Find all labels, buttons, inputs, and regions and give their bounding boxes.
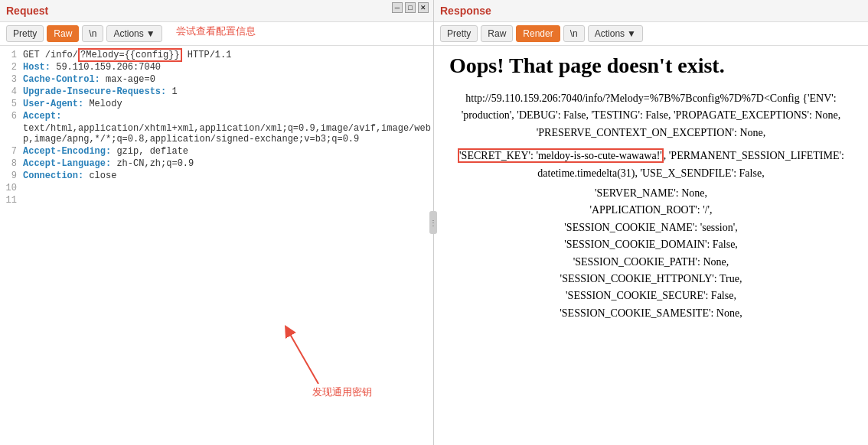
line-number: 10 [0, 183, 17, 193]
line-4-content: Upgrade-Insecure-Requests: 1 [23, 86, 178, 97]
response-header: Response [434, 0, 868, 22]
line-number: 8 [0, 158, 17, 169]
line-5-key: User-Agent: [23, 99, 83, 109]
pretty-button[interactable]: Pretty [6, 25, 44, 42]
line-1-suffix: HTTP/1.1 [182, 50, 232, 60]
line-6-key: Accept: [23, 111, 61, 122]
response-body-area[interactable]: Oops! That page doesn't exist. http://59… [434, 46, 868, 445]
request-title: Request [6, 5, 48, 17]
response-secret-line: 'SECRET_KEY': 'meldoy-is-so-cute-wawawa!… [449, 148, 853, 182]
response-cookie-samesite-line: 'SESSION_COOKIE_SAMESITE': None, [449, 305, 853, 322]
line-2-content: Host: 59.110.159.206:7040 [23, 62, 161, 73]
code-line-6b: text/html,application/xhtml+xml,applicat… [0, 122, 433, 145]
line-number: 1 [0, 50, 17, 60]
line-1-prefix: GET /info/ [23, 50, 78, 60]
newline-button[interactable]: \n [82, 25, 103, 42]
response-actions-button[interactable]: Actions ▼ [588, 25, 643, 42]
line-number: 9 [0, 171, 17, 181]
code-line-8: 8 Accept-Language: zh-CN,zh;q=0.9 [0, 158, 433, 170]
request-panel: ─ □ ✕ Request Pretty Raw \n Actions ▼ 尝试… [0, 0, 434, 445]
code-line-11: 11 [0, 194, 433, 206]
response-text: http://59.110.159.206:7040/info/?Melody=… [449, 90, 853, 322]
response-title: Response [440, 5, 491, 17]
response-url-line: http://59.110.159.206:7040/info/?Melody=… [449, 90, 853, 141]
code-line-7: 7 Accept-Encoding: gzip, deflate [0, 145, 433, 158]
line-3-value: max-age=0 [100, 74, 155, 85]
response-approot-line: 'APPLICATION_ROOT': '/', [449, 202, 853, 219]
response-secret-key-highlight: 'SECRET_KEY': 'meldoy-is-so-cute-wawawa!… [458, 148, 664, 163]
response-panel: Response Pretty Raw Render \n Actions ▼ … [434, 0, 868, 445]
line-7-value: gzip, deflate [111, 146, 188, 157]
response-raw-button[interactable]: Raw [481, 25, 513, 42]
line-5-content: User-Agent: Melody [23, 99, 122, 109]
line-3-key: Cache-Control: [23, 74, 100, 85]
line-2-value: 59.110.159.206:7040 [51, 62, 161, 73]
line-7-content: Accept-Encoding: gzip, deflate [23, 146, 188, 157]
response-cookie-name-line: 'SESSION_COOKIE_NAME': 'session', [449, 219, 853, 236]
code-line-10: 10 [0, 182, 433, 194]
line-9-key: Connection: [23, 171, 83, 181]
response-newline-button[interactable]: \n [563, 25, 585, 42]
line-9-value: close [83, 171, 116, 181]
request-header: Request [0, 0, 433, 22]
line-number: 11 [0, 195, 17, 206]
line-8-value: zh-CN,zh;q=0.9 [111, 158, 194, 169]
annotation-config: 尝试查看配置信息 [176, 24, 256, 38]
response-render-button[interactable]: Render [516, 25, 560, 42]
response-pretty-button[interactable]: Pretty [440, 25, 478, 42]
code-line-6: 6 Accept: [0, 110, 433, 122]
panel-divider[interactable]: ⋮ [429, 211, 437, 234]
line-9-content: Connection: close [23, 171, 116, 181]
code-line-5: 5 User-Agent: Melody [0, 98, 433, 110]
code-line-9: 9 Connection: close [0, 170, 433, 182]
config-highlight: ?Melody={{config}} [78, 48, 182, 62]
line-number: 6 [0, 111, 17, 122]
window-chrome: ─ □ ✕ [380, 0, 433, 15]
response-cookie-domain-line: 'SESSION_COOKIE_DOMAIN': False, [449, 236, 853, 253]
close-button[interactable]: ✕ [418, 2, 429, 13]
code-line-2: 2 Host: 59.110.159.206:7040 [0, 61, 433, 73]
minimize-button[interactable]: ─ [392, 2, 403, 13]
request-code-area[interactable]: 1 GET /info/?Melody={{config}} HTTP/1.1 … [0, 46, 433, 445]
line-6b-value: text/html,application/xhtml+xml,applicat… [23, 123, 433, 145]
line-3-content: Cache-Control: max-age=0 [23, 74, 155, 85]
line-4-value: 1 [166, 86, 177, 97]
line-number: 2 [0, 62, 17, 73]
line-6-content: Accept: [23, 111, 61, 122]
response-actions-chevron-icon: ▼ [627, 28, 636, 39]
line-8-key: Accept-Language: [23, 158, 111, 169]
code-line-1: 1 GET /info/?Melody={{config}} HTTP/1.1 [0, 49, 433, 61]
app-container: ─ □ ✕ Request Pretty Raw \n Actions ▼ 尝试… [0, 0, 868, 445]
line-1-content: GET /info/?Melody={{config}} HTTP/1.1 [23, 50, 231, 60]
line-2-key: Host: [23, 62, 51, 73]
actions-button[interactable]: Actions ▼ [106, 25, 162, 42]
line-number: 5 [0, 99, 17, 109]
line-7-key: Accept-Encoding: [23, 146, 111, 157]
code-line-4: 4 Upgrade-Insecure-Requests: 1 [0, 86, 433, 98]
line-number: 7 [0, 146, 17, 157]
response-cookie-path-line: 'SESSION_COOKIE_PATH': None, [449, 254, 853, 271]
response-actions-label: Actions [595, 28, 625, 39]
response-toolbar: Pretty Raw Render \n Actions ▼ [434, 22, 868, 46]
raw-button[interactable]: Raw [47, 25, 79, 42]
code-line-3: 3 Cache-Control: max-age=0 [0, 73, 433, 86]
line-5-value: Melody [83, 99, 122, 109]
actions-chevron-icon: ▼ [146, 28, 155, 39]
actions-label: Actions [113, 28, 143, 39]
line-number: 3 [0, 74, 17, 85]
response-heading: Oops! That page doesn't exist. [449, 54, 853, 78]
line-8-content: Accept-Language: zh-CN,zh;q=0.9 [23, 158, 194, 169]
line-4-key: Upgrade-Insecure-Requests: [23, 86, 166, 97]
request-toolbar: Pretty Raw \n Actions ▼ 尝试查看配置信息 [0, 22, 433, 46]
line-number: 4 [0, 86, 17, 97]
response-server-line: 'SERVER_NAME': None, [449, 185, 853, 202]
response-cookie-httponly-line: 'SESSION_COOKIE_HTTPONLY': True, [449, 271, 853, 287]
response-cookie-secure-line: 'SESSION_COOKIE_SECURE': False, [449, 287, 853, 304]
restore-button[interactable]: □ [405, 2, 416, 13]
